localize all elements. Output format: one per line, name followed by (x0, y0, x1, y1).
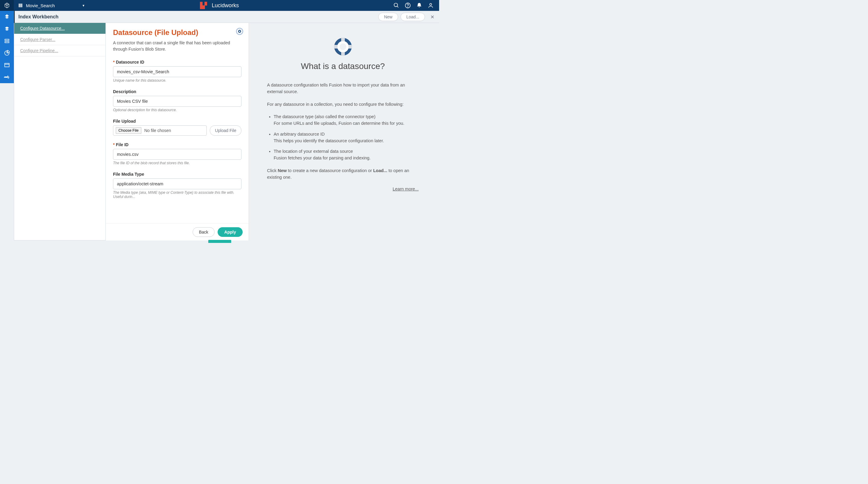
field-media-type: File Media Type The Media type (aka, MIM… (113, 172, 241, 199)
brand-icon: ▙▘ (200, 2, 209, 9)
file-chooser[interactable]: Choose File No file chosen (113, 125, 207, 135)
info-p1: A datasource configuration tells Fusion … (267, 82, 418, 95)
page-title: Index Workbench (14, 11, 59, 23)
upload-file-button[interactable]: Upload File (210, 125, 241, 135)
info-bullets: The datasource type (also called the con… (267, 114, 418, 161)
user-icon[interactable] (428, 2, 434, 8)
media-type-input[interactable] (113, 178, 241, 189)
file-id-label: *File ID (113, 142, 241, 147)
hexagon-icon (4, 2, 10, 8)
field-datasource-id: *Datasource ID Unique name for this data… (113, 60, 241, 83)
info-icon-wrap (267, 38, 418, 56)
nav-right (393, 2, 439, 8)
app-logo[interactable] (0, 0, 14, 11)
load-button[interactable]: Load... (401, 13, 425, 21)
lifebuoy-icon (334, 38, 352, 56)
datasource-id-label: *Datasource ID (113, 60, 241, 64)
file-id-input[interactable] (113, 149, 241, 160)
rail-item-settings[interactable] (0, 71, 14, 83)
svg-rect-2 (19, 6, 22, 7)
project-name: Movie_Search (26, 3, 55, 8)
datasource-form-panel: Datasource (File Upload) A connector tha… (106, 23, 249, 241)
file-upload-row: Choose File No file chosen Upload File (113, 125, 241, 135)
svg-rect-8 (5, 39, 9, 40)
svg-rect-1 (19, 5, 22, 6)
step-configure-pipeline[interactable]: Configure Pipeline... (14, 45, 105, 56)
field-file-upload: File Upload Choose File No file chosen U… (113, 119, 241, 135)
svg-point-7 (430, 3, 432, 5)
svg-rect-9 (5, 41, 9, 43)
info-bullet-2: An arbitrary datasource IDThis helps you… (274, 131, 418, 144)
info-title: What is a datasource? (267, 61, 418, 71)
brand: ▙▘ Lucidworks (200, 2, 239, 9)
stack-icon (18, 3, 23, 8)
file-id-hint: The file ID of the blob record that stor… (113, 161, 241, 165)
resize-handle[interactable] (208, 240, 231, 243)
description-label: Description (113, 89, 241, 94)
svg-rect-0 (19, 4, 22, 5)
file-status: No file chosen (144, 128, 171, 133)
media-type-label: File Media Type (113, 172, 241, 177)
close-icon[interactable]: ✕ (430, 14, 434, 20)
left-rail (0, 11, 14, 83)
info-p3: Click New to create a new datasource con… (267, 168, 418, 181)
description-hint: Optional description for this datasource… (113, 108, 241, 112)
bell-icon[interactable] (416, 2, 422, 8)
rail-item-index2[interactable] (0, 23, 14, 35)
form-title: Datasource (File Upload) (113, 28, 241, 37)
info-p2: For any datasource in a collection, you … (267, 101, 418, 108)
info-panel: What is a datasource? A datasource confi… (249, 23, 437, 241)
new-button[interactable]: New (378, 13, 398, 21)
main-area: Configure Datasource... Configure Parser… (14, 23, 437, 241)
apply-button[interactable]: Apply (218, 227, 243, 237)
form-description: A connector that can crawl a single file… (113, 40, 241, 53)
rail-item-index[interactable] (0, 11, 14, 23)
help-lifebuoy-icon[interactable] (236, 28, 243, 35)
nav-left: Movie_Search ▼ (0, 0, 89, 11)
rail-item-window[interactable] (0, 59, 14, 71)
choose-file-button[interactable]: Choose File (116, 127, 141, 134)
field-file-id: *File ID The file ID of the blob record … (113, 142, 241, 165)
info-bullet-1: The datasource type (also called the con… (274, 114, 418, 127)
chevron-down-icon: ▼ (82, 4, 85, 7)
search-icon[interactable] (393, 2, 399, 8)
datasource-id-input[interactable] (113, 66, 241, 77)
brand-text: Lucidworks (212, 2, 239, 9)
learn-more-link[interactable]: Learn more... (393, 186, 418, 191)
file-upload-label: File Upload (113, 119, 241, 124)
svg-line-4 (397, 6, 398, 7)
svg-rect-10 (5, 63, 9, 67)
step-configure-parser[interactable]: Configure Parser... (14, 34, 105, 45)
step-configure-datasource[interactable]: Configure Datasource... (14, 23, 105, 34)
datasource-id-hint: Unique name for this datasource. (113, 78, 241, 83)
subheader: Index Workbench New Load... ✕ (14, 11, 439, 23)
rail-item-data[interactable] (0, 35, 14, 47)
media-type-hint: The Media type (aka, MIME type or Conten… (113, 190, 241, 199)
subheader-actions: New Load... ✕ (378, 13, 434, 21)
top-navbar: Movie_Search ▼ ▙▘ Lucidworks (0, 0, 439, 11)
learn-more-wrap: Learn more... (267, 186, 418, 191)
rail-item-analytics[interactable] (0, 47, 14, 59)
description-input[interactable] (113, 96, 241, 107)
field-description: Description Optional description for thi… (113, 89, 241, 112)
back-button[interactable]: Back (193, 227, 215, 237)
project-selector[interactable]: Movie_Search ▼ (14, 3, 89, 8)
form-footer: Back Apply (106, 223, 249, 241)
form-scroll: Datasource (File Upload) A connector tha… (106, 23, 249, 241)
config-steps-panel: Configure Datasource... Configure Parser… (14, 23, 106, 241)
svg-point-3 (394, 3, 398, 7)
info-bullet-3: The location of your external data sourc… (274, 148, 418, 161)
help-icon[interactable] (405, 2, 411, 8)
